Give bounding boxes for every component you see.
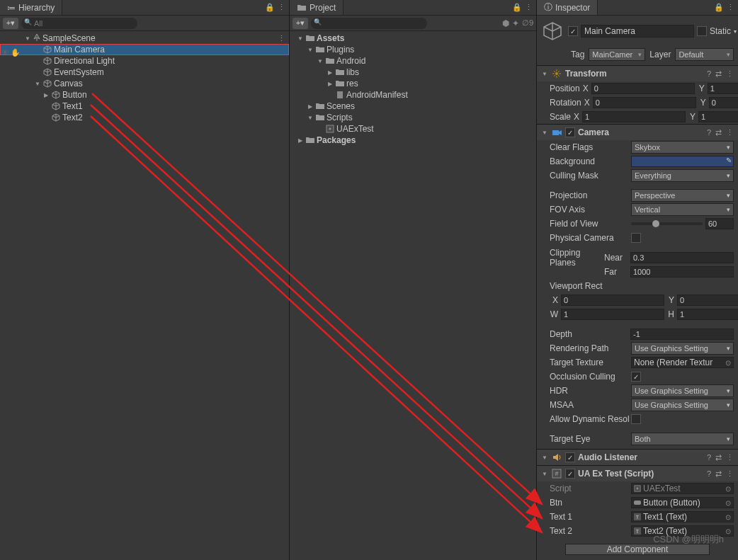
- preset-icon[interactable]: ⇄: [715, 128, 722, 137]
- rendering-path-dropdown[interactable]: Use Graphics Setting: [631, 342, 734, 355]
- menu-icon[interactable]: ⋮: [727, 3, 734, 12]
- position-x-input[interactable]: [591, 83, 695, 94]
- object-name-input[interactable]: [581, 25, 694, 38]
- gameobject-cube-icon[interactable]: [541, 20, 564, 42]
- near-input[interactable]: [630, 252, 734, 263]
- rotation-x-input[interactable]: [593, 97, 696, 108]
- background-color-field[interactable]: [631, 156, 734, 167]
- project-item-plugins[interactable]: Plugins: [290, 44, 536, 55]
- layer-dropdown[interactable]: Default: [675, 48, 734, 61]
- menu-icon[interactable]: ⋮: [726, 128, 734, 137]
- project-item-assets[interactable]: Assets: [290, 33, 536, 44]
- projection-dropdown[interactable]: Perspective: [631, 189, 734, 202]
- visibility-icon[interactable]: 👁: [1, 48, 9, 57]
- lock-icon[interactable]: 🔒: [714, 3, 724, 12]
- camera-enabled-checkbox[interactable]: [565, 127, 575, 137]
- preset-icon[interactable]: ⇄: [715, 469, 722, 479]
- filter-icon[interactable]: ⬢: [502, 18, 509, 28]
- transform-header[interactable]: Transform ?⇄⋮: [537, 66, 738, 81]
- preset-icon[interactable]: ⇄: [715, 69, 722, 79]
- project-item-uaextest[interactable]: UAExTest: [290, 123, 536, 135]
- menu-icon[interactable]: ⋮: [525, 3, 532, 12]
- text1-field[interactable]: Text1 (Text): [631, 511, 734, 522]
- project-item-android[interactable]: Android: [290, 55, 536, 67]
- msaa-dropdown[interactable]: Use Graphics Setting: [631, 399, 734, 411]
- hierarchy-item-canvas[interactable]: Canvas: [0, 78, 289, 89]
- expand-arrow-icon[interactable]: [307, 114, 314, 121]
- scene-root[interactable]: SampleScene ⋮: [0, 33, 289, 44]
- audio-listener-header[interactable]: Audio Listener ?⇄⋮: [537, 450, 738, 465]
- preset-icon[interactable]: ⇄: [715, 453, 722, 462]
- project-tab[interactable]: Project: [290, 0, 344, 15]
- expand-arrow-icon[interactable]: [541, 454, 548, 461]
- viewport-h-input[interactable]: [677, 309, 738, 320]
- project-item-scripts[interactable]: Scripts: [290, 112, 536, 123]
- expand-arrow-icon[interactable]: [327, 69, 334, 76]
- project-search-input[interactable]: [311, 18, 427, 29]
- filter-icon[interactable]: ✦: [512, 18, 519, 28]
- rotation-y-input[interactable]: [709, 97, 738, 108]
- expand-arrow-icon[interactable]: [24, 35, 31, 42]
- depth-input[interactable]: [630, 328, 734, 340]
- expand-arrow-icon[interactable]: [541, 70, 548, 77]
- camera-header[interactable]: Camera ?⇄⋮: [537, 125, 738, 140]
- occlusion-culling-checkbox[interactable]: [631, 372, 641, 382]
- expand-arrow-icon[interactable]: [42, 91, 50, 98]
- help-icon[interactable]: ?: [707, 469, 711, 479]
- viewport-x-input[interactable]: [561, 295, 664, 306]
- expand-arrow-icon[interactable]: [297, 137, 304, 144]
- physical-camera-checkbox[interactable]: [631, 233, 641, 243]
- project-item-scenes[interactable]: Scenes: [290, 101, 536, 112]
- expand-arrow-icon[interactable]: [307, 46, 314, 53]
- script-field[interactable]: UAExTest: [631, 483, 734, 494]
- viewport-w-input[interactable]: [561, 309, 664, 320]
- position-y-input[interactable]: [708, 83, 738, 94]
- expand-arrow-icon[interactable]: [541, 470, 548, 477]
- picking-icon[interactable]: ✋: [11, 48, 21, 57]
- script-enabled-checkbox[interactable]: [565, 469, 575, 479]
- project-item-res[interactable]: res: [290, 78, 536, 89]
- fov-slider[interactable]: [631, 222, 703, 225]
- tag-dropdown[interactable]: MainCamer: [589, 48, 645, 61]
- uaextest-header[interactable]: UA Ex Test (Script) ?⇄⋮: [537, 466, 738, 481]
- scale-y-input[interactable]: [698, 111, 738, 122]
- expand-arrow-icon[interactable]: [327, 80, 334, 87]
- far-input[interactable]: [630, 266, 734, 278]
- project-item-packages[interactable]: Packages: [290, 135, 536, 146]
- audio-enabled-checkbox[interactable]: [565, 452, 575, 462]
- inspector-tab[interactable]: ⓘ Inspector: [537, 0, 598, 15]
- project-item-libs[interactable]: libs: [290, 67, 536, 78]
- hidden-count[interactable]: ∅9: [522, 18, 533, 28]
- scale-x-input[interactable]: [582, 111, 686, 122]
- help-icon[interactable]: ?: [707, 453, 711, 462]
- viewport-y-input[interactable]: [677, 295, 738, 306]
- hierarchy-item-directional-light[interactable]: Directional Light: [0, 55, 289, 67]
- target-eye-dropdown[interactable]: Both: [631, 433, 734, 445]
- hierarchy-item-text2[interactable]: Text2: [0, 112, 289, 123]
- static-checkbox[interactable]: [697, 26, 707, 36]
- lock-icon[interactable]: 🔒: [512, 3, 522, 12]
- hdr-dropdown[interactable]: Use Graphics Setting: [631, 384, 734, 397]
- create-button[interactable]: +▾: [293, 18, 308, 29]
- hierarchy-item-eventsystem[interactable]: EventSystem: [0, 67, 289, 78]
- hierarchy-item-button[interactable]: Button: [0, 89, 289, 101]
- create-button[interactable]: +▾: [3, 18, 18, 29]
- active-checkbox[interactable]: [568, 26, 578, 36]
- hierarchy-tab[interactable]: ≔ Hierarchy: [0, 0, 62, 15]
- expand-arrow-icon[interactable]: [34, 80, 41, 87]
- hierarchy-search-input[interactable]: [21, 18, 137, 29]
- lock-icon[interactable]: 🔒: [265, 3, 275, 12]
- menu-icon[interactable]: ⋮: [726, 469, 734, 479]
- culling-mask-dropdown[interactable]: Everything: [631, 169, 734, 182]
- expand-arrow-icon[interactable]: [317, 57, 324, 64]
- scene-menu-icon[interactable]: ⋮: [278, 34, 289, 43]
- static-dropdown-icon[interactable]: ▾: [734, 28, 737, 35]
- target-texture-field[interactable]: None (Render Textur: [631, 357, 734, 368]
- help-icon[interactable]: ?: [707, 128, 711, 137]
- expand-arrow-icon[interactable]: [541, 129, 548, 136]
- menu-icon[interactable]: ⋮: [726, 69, 734, 79]
- fov-input[interactable]: [705, 218, 734, 229]
- expand-arrow-icon[interactable]: [297, 35, 304, 42]
- hierarchy-item-text1[interactable]: Text1: [0, 101, 289, 112]
- menu-icon[interactable]: ⋮: [278, 3, 285, 12]
